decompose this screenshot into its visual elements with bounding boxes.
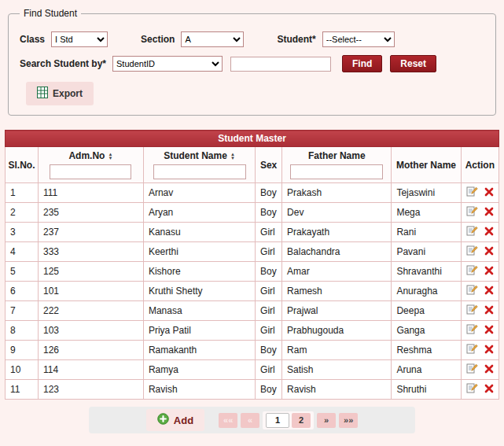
pager-next[interactable]: » [317, 413, 336, 428]
cell-slno: 11 [6, 380, 39, 400]
cell-father-name: Dev [282, 203, 392, 223]
delete-icon[interactable] [484, 266, 494, 278]
cell-mother-name: Rani [392, 223, 461, 242]
student-select[interactable]: --Select-- [322, 31, 395, 47]
table-column-header-row: Sl.No. Adm.No▲▼ Student Name▲▼ Sex Fathe… [6, 147, 499, 183]
cell-father-name: Amar [282, 262, 392, 282]
edit-icon[interactable] [466, 245, 478, 259]
cell-action [461, 183, 498, 203]
edit-icon[interactable] [466, 382, 478, 396]
edit-icon[interactable] [466, 225, 478, 239]
add-label: Add [174, 415, 193, 426]
filter-fathername-input[interactable] [290, 164, 383, 179]
cell-father-name: Ram [282, 341, 392, 360]
cell-action [461, 341, 498, 360]
cell-student-name: Kanasu [143, 223, 255, 242]
edit-icon[interactable] [466, 304, 478, 318]
reset-button[interactable]: Reset [390, 55, 436, 72]
table-row: 1111ArnavBoyPrakashTejaswini [6, 183, 499, 203]
class-label: Class [20, 34, 45, 45]
find-button[interactable]: Find [342, 55, 382, 72]
cell-slno: 8 [6, 321, 39, 341]
cell-admno: 126 [38, 341, 143, 360]
cell-mother-name: Ganga [392, 321, 461, 341]
search-input[interactable] [230, 57, 331, 72]
export-button[interactable]: Export [26, 82, 94, 105]
sort-icon[interactable]: ▲▼ [230, 153, 235, 160]
plus-icon [157, 413, 169, 427]
cell-admno: 333 [38, 242, 143, 262]
cell-admno: 101 [38, 282, 143, 301]
cell-action [461, 321, 498, 341]
cell-student-name: Ravish [143, 380, 255, 400]
table-title: Student Master [6, 131, 499, 147]
edit-icon[interactable] [466, 264, 478, 278]
cell-admno: 111 [38, 183, 143, 203]
edit-icon[interactable] [466, 284, 478, 298]
pager-first[interactable]: «« [219, 413, 237, 428]
cell-slno: 7 [6, 301, 39, 321]
delete-icon[interactable] [484, 187, 494, 199]
table-row: 4333KeerthiGirlBalachandraPavani [6, 242, 499, 262]
find-row-selects: Class I Std Section A Student* --Select-… [20, 31, 484, 47]
filter-admno-input[interactable] [50, 164, 131, 179]
cell-father-name: Ramesh [282, 282, 392, 301]
cell-admno: 235 [38, 203, 143, 223]
delete-icon[interactable] [484, 364, 494, 376]
cell-mother-name: Mega [392, 203, 461, 223]
cell-father-name: Prakash [282, 183, 392, 203]
cell-sex: Boy [256, 341, 282, 360]
sort-icon[interactable]: ▲▼ [108, 153, 112, 160]
export-label: Export [53, 88, 83, 99]
pager-last[interactable]: »» [339, 413, 358, 428]
cell-action [461, 380, 498, 400]
pager-page-2[interactable]: 2 [292, 413, 311, 428]
add-button[interactable]: Add [146, 409, 204, 431]
delete-icon[interactable] [484, 305, 494, 317]
table-row: 10114RamyaGirlSatishAruna [6, 360, 499, 380]
delete-icon[interactable] [484, 246, 494, 258]
delete-icon[interactable] [484, 384, 494, 396]
col-student-name-label: Student Name [164, 150, 227, 161]
section-label: Section [141, 34, 175, 45]
col-slno: Sl.No. [6, 147, 39, 183]
cell-action [461, 360, 498, 380]
cell-mother-name: Tejaswini [392, 183, 461, 203]
cell-father-name: Satish [282, 360, 392, 380]
delete-icon[interactable] [484, 207, 494, 219]
cell-student-name: Priya Patil [143, 321, 255, 341]
class-select[interactable]: I Std [51, 31, 108, 47]
cell-action [461, 223, 498, 242]
section-select[interactable]: A [181, 31, 244, 47]
col-father-name[interactable]: Father Name [282, 147, 392, 183]
table-title-bar: Student Master [6, 131, 499, 147]
search-by-select[interactable]: StudentID [112, 56, 223, 72]
cell-slno: 5 [6, 262, 39, 282]
pager-prev[interactable]: « [241, 413, 259, 428]
cell-sex: Girl [256, 223, 282, 242]
delete-icon[interactable] [484, 345, 494, 356]
pager-pages: 1 2 [263, 411, 314, 429]
edit-icon[interactable] [466, 343, 478, 357]
cell-action [461, 203, 498, 223]
cell-admno: 114 [38, 360, 143, 380]
cell-mother-name: Reshma [392, 341, 461, 360]
edit-icon[interactable] [466, 323, 478, 337]
delete-icon[interactable] [484, 227, 494, 238]
cell-slno: 6 [6, 282, 39, 301]
cell-admno: 123 [38, 380, 143, 400]
cell-mother-name: Pavani [392, 242, 461, 262]
col-student-name[interactable]: Student Name▲▼ [143, 147, 255, 183]
edit-icon[interactable] [466, 205, 478, 219]
delete-icon[interactable] [484, 325, 494, 337]
pager-page-1[interactable]: 1 [266, 413, 289, 428]
filter-studentname-input[interactable] [153, 164, 246, 179]
cell-student-name: Kishore [143, 262, 255, 282]
cell-sex: Girl [256, 242, 282, 262]
cell-slno: 2 [6, 203, 39, 223]
edit-icon[interactable] [466, 363, 478, 377]
cell-father-name: Ravish [282, 380, 392, 400]
edit-icon[interactable] [466, 186, 478, 200]
col-admno[interactable]: Adm.No▲▼ [38, 147, 143, 183]
delete-icon[interactable] [484, 286, 494, 297]
